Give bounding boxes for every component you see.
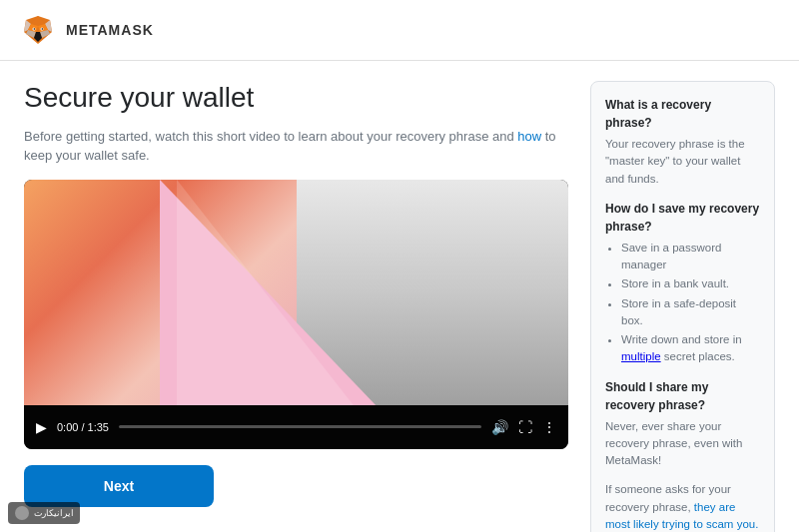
video-triangle-2: [177, 180, 357, 405]
faq-section-1: What is a recovery phrase? Your recovery…: [605, 96, 760, 188]
video-player: ▶ 0:00 / 1:35 🔊 ⛶ ⋮: [24, 180, 568, 449]
progress-bar[interactable]: [119, 425, 481, 428]
scam-link[interactable]: they are most likely trying to scam you.: [605, 501, 758, 530]
faq-body-3a: Never, ever share your recovery phrase, …: [605, 418, 760, 470]
description-link[interactable]: how: [517, 129, 541, 144]
page-title: Secure your wallet: [24, 81, 570, 115]
list-item: Write down and store in multiple secret …: [621, 331, 760, 366]
faq-body-1: Your recovery phrase is the "master key"…: [605, 136, 760, 188]
svg-point-12: [42, 28, 44, 30]
list-item: Store in a safe-deposit box.: [621, 295, 760, 330]
faq-section-3: Should I share my recovery phrase? Never…: [605, 378, 760, 533]
sidebar-faq: What is a recovery phrase? Your recovery…: [590, 81, 775, 532]
next-button[interactable]: Next: [24, 465, 214, 507]
more-options-button[interactable]: ⋮: [542, 419, 556, 435]
list-item: Store in a bank vault.: [621, 275, 760, 292]
faq-title-2: How do I save my recovery phrase?: [605, 200, 760, 236]
faq-title-3: Should I share my recovery phrase?: [605, 378, 760, 414]
volume-button[interactable]: 🔊: [491, 419, 508, 435]
faq-list-2: Save in a password manager Store in a ba…: [605, 240, 760, 366]
video-preview: [24, 180, 568, 405]
video-controls: ▶ 0:00 / 1:35 🔊 ⛶ ⋮: [24, 405, 568, 449]
time-display: 0:00 / 1:35: [57, 421, 109, 433]
watermark-icon: [14, 505, 30, 521]
left-section: Secure your wallet Before getting starte…: [24, 81, 570, 532]
multiple-link[interactable]: multiple: [621, 350, 661, 362]
description-text-1: Before getting started, watch this short…: [24, 129, 517, 144]
metamask-logo-icon: [20, 12, 56, 48]
svg-point-11: [34, 28, 36, 30]
faq-title-1: What is a recovery phrase?: [605, 96, 760, 132]
fullscreen-button[interactable]: ⛶: [518, 419, 532, 435]
watermark: ایرانیکارت: [8, 502, 80, 524]
watermark-text: ایرانیکارت: [34, 508, 74, 518]
header: METAMASK: [0, 0, 799, 61]
description: Before getting started, watch this short…: [24, 127, 570, 166]
list-item: Save in a password manager: [621, 240, 760, 274]
faq-section-2: How do I save my recovery phrase? Save i…: [605, 200, 760, 366]
play-button[interactable]: ▶: [36, 419, 47, 435]
main-content: Secure your wallet Before getting starte…: [0, 61, 799, 532]
logo-text: METAMASK: [66, 22, 154, 38]
svg-point-13: [15, 506, 29, 520]
faq-body-3b: If someone asks for your recovery phrase…: [605, 481, 760, 532]
